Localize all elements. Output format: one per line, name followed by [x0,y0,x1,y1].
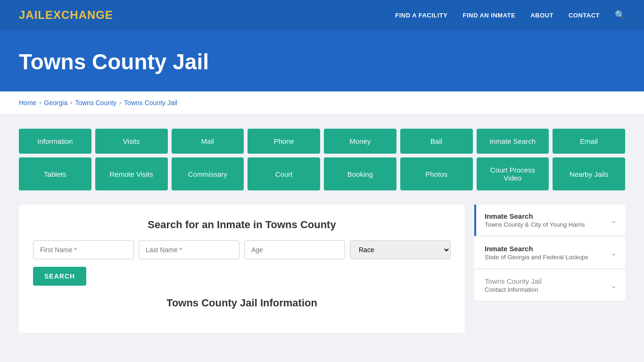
logo-exchange: EXCHANGE [45,8,113,21]
btn-commissary[interactable]: Commissary [172,157,244,190]
nav-contact[interactable]: CONTACT [569,12,600,19]
sidebar-item-title-1: Inmate Search [485,212,585,220]
btn-inmate-search[interactable]: Inmate Search [477,129,549,154]
btn-bail[interactable]: Bail [400,129,473,154]
sidebar-item-subtitle-3: Contact Information [485,286,542,293]
sidebar: Inmate Search Towns County & City of You… [474,205,625,301]
btn-phone[interactable]: Phone [248,129,320,154]
info-heading: Towns County Jail Information [33,297,451,309]
btn-information[interactable]: Information [19,129,91,154]
sidebar-item-contact-info[interactable]: Towns County Jail Contact Information ⌄ [474,270,625,301]
btn-booking[interactable]: Booking [324,157,396,190]
age-input[interactable] [244,240,345,259]
site-logo[interactable]: JAILEXCHANGE [19,8,113,22]
search-icon[interactable]: 🔍 [615,10,625,20]
search-form: Race White Black Hispanic Asian Other [33,240,451,259]
search-panel: Search for an Inmate in Towns County Rac… [19,205,465,333]
btn-court-process-video[interactable]: Court Process Video [477,157,549,190]
sidebar-item-subtitle-2: State of Georgia and Federal Lockups [485,254,588,261]
breadcrumb-sep-3: › [119,99,121,106]
btn-money[interactable]: Money [324,129,396,154]
breadcrumb: Home › Georgia › Towns County › Towns Co… [0,91,644,115]
breadcrumb-sep-2: › [70,99,72,106]
sidebar-item-subtitle-1: Towns County & City of Young Harris [485,221,585,228]
search-heading: Search for an Inmate in Towns County [33,219,451,231]
logo-jail: JAIL [19,8,45,21]
nav-find-facility[interactable]: FIND A FACILITY [395,12,447,19]
chevron-down-icon-2: ⌄ [611,248,617,257]
btn-email[interactable]: Email [553,129,625,154]
page-title: Towns County Jail [19,49,625,74]
main-content: Information Visits Mail Phone Money Bail… [0,115,644,347]
sidebar-item-title-2: Inmate Search [485,245,588,253]
content-layout: Search for an Inmate in Towns County Rac… [19,205,625,333]
nav-about[interactable]: ABOUT [530,12,553,19]
nav-buttons-grid: Information Visits Mail Phone Money Bail… [19,129,625,190]
hero-section: Towns County Jail [0,30,644,91]
breadcrumb-current[interactable]: Towns County Jail [124,99,177,107]
btn-photos[interactable]: Photos [400,157,473,190]
btn-remote-visits[interactable]: Remote Visits [95,157,168,190]
sidebar-item-inmate-search-towns[interactable]: Inmate Search Towns County & City of You… [474,205,625,236]
breadcrumb-georgia[interactable]: Georgia [44,99,67,107]
breadcrumb-towns-county[interactable]: Towns County [75,99,116,107]
btn-tablets[interactable]: Tablets [19,157,91,190]
last-name-input[interactable] [139,240,239,259]
search-button[interactable]: SEARCH [33,267,86,286]
race-select[interactable]: Race White Black Hispanic Asian Other [350,240,451,259]
btn-court[interactable]: Court [248,157,320,190]
chevron-down-icon-1: ⌄ [611,216,617,225]
sidebar-item-title-3: Towns County Jail [485,277,542,285]
breadcrumb-home[interactable]: Home [19,99,36,107]
nav-find-inmate[interactable]: FIND AN INMATE [462,12,515,19]
sidebar-item-inmate-search-georgia[interactable]: Inmate Search State of Georgia and Feder… [474,237,625,269]
btn-nearby-jails[interactable]: Nearby Jails [553,157,625,190]
breadcrumb-sep-1: › [39,99,41,106]
main-nav: FIND A FACILITY FIND AN INMATE ABOUT CON… [395,10,625,20]
chevron-down-icon-3: ⌄ [611,281,617,290]
btn-mail[interactable]: Mail [172,129,244,154]
btn-visits[interactable]: Visits [95,129,168,154]
site-header: JAILEXCHANGE FIND A FACILITY FIND AN INM… [0,0,644,30]
first-name-input[interactable] [33,240,134,259]
